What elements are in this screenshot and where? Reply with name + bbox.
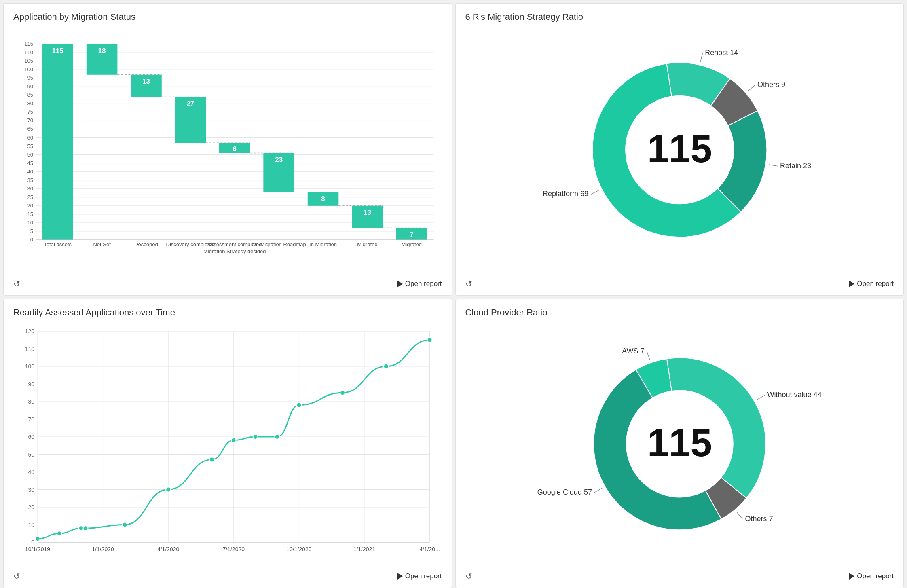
svg-text:27: 27 [186, 100, 194, 108]
svg-text:75: 75 [27, 109, 33, 115]
svg-line-155 [647, 351, 649, 360]
svg-text:5: 5 [30, 228, 33, 234]
svg-line-149 [757, 395, 765, 400]
svg-text:40: 40 [27, 169, 33, 175]
svg-text:On Migration Roadmap: On Migration Roadmap [252, 241, 306, 247]
cloud-resize-handle[interactable] [898, 582, 903, 587]
waterfall-footer: ↺ Open report [13, 276, 442, 289]
cloud-ratio-title: Cloud Provider Ratio [465, 307, 894, 318]
svg-text:60: 60 [28, 434, 34, 440]
migration-refresh-icon[interactable]: ↺ [465, 279, 472, 289]
migration-donut-svg: Rehost 14Others 9Retain 23Replatform 691… [465, 28, 894, 272]
svg-line-85 [700, 53, 702, 61]
waterfall-title: Application by Migration Status [13, 12, 442, 22]
svg-text:0: 0 [30, 237, 33, 243]
svg-text:70: 70 [28, 416, 34, 423]
svg-text:1/1/2021: 1/1/2021 [353, 546, 376, 552]
svg-text:10: 10 [27, 220, 33, 226]
waterfall-refresh-icon[interactable]: ↺ [13, 279, 20, 289]
line-chart-title: Readily Assessed Applications over Time [13, 307, 442, 318]
svg-point-141 [231, 438, 236, 443]
cloud-refresh-icon[interactable]: ↺ [465, 571, 472, 581]
svg-text:45: 45 [27, 160, 33, 166]
migration-ratio-card: 6 R's Migration Strategy Ratio Rehost 14… [455, 3, 904, 296]
svg-text:In Migration: In Migration [309, 241, 337, 247]
svg-text:13: 13 [364, 209, 371, 216]
cloud-ratio-chart-area: Without value 44Others 7Google Cloud 57A… [465, 324, 894, 564]
svg-text:115: 115 [647, 421, 712, 464]
svg-text:110: 110 [25, 346, 35, 352]
waterfall-card: Application by Migration Status 05101520… [3, 3, 452, 296]
svg-text:7/1/2020: 7/1/2020 [223, 546, 245, 552]
waterfall-svg: 0510152025303540455055606570758085909510… [13, 28, 442, 272]
svg-text:7: 7 [410, 231, 413, 239]
svg-text:Descoped: Descoped [134, 241, 158, 247]
svg-text:Total assets: Total assets [44, 241, 72, 247]
svg-text:23: 23 [275, 156, 283, 163]
svg-text:90: 90 [27, 83, 33, 89]
svg-text:40: 40 [28, 469, 34, 475]
line-svg: 010203040506070809010011012010/1/20191/1… [13, 324, 442, 564]
migration-open-report[interactable]: Open report [849, 280, 894, 288]
waterfall-resize-handle[interactable] [446, 290, 451, 294]
cloud-open-report[interactable]: Open report [849, 572, 894, 580]
svg-text:120: 120 [25, 328, 35, 334]
svg-point-135 [57, 531, 62, 536]
svg-text:50: 50 [27, 152, 33, 158]
svg-line-89 [769, 165, 778, 166]
svg-text:10/1/2019: 10/1/2019 [25, 546, 50, 552]
svg-text:20: 20 [28, 504, 34, 510]
svg-line-153 [594, 488, 602, 493]
svg-point-145 [340, 390, 345, 395]
svg-point-134 [35, 536, 40, 541]
svg-text:10/1/2020: 10/1/2020 [286, 546, 311, 552]
svg-text:65: 65 [27, 126, 33, 132]
svg-text:115: 115 [647, 127, 712, 170]
line-chart-card: Readily Assessed Applications over Time … [3, 299, 452, 588]
waterfall-chart-area: 0510152025303540455055606570758085909510… [13, 28, 442, 272]
svg-point-144 [296, 403, 301, 408]
migration-ratio-chart-area: Rehost 14Others 9Retain 23Replatform 691… [465, 28, 894, 272]
svg-text:Retain 23: Retain 23 [780, 162, 811, 170]
svg-text:80: 80 [28, 398, 34, 405]
line-chart-area: 010203040506070809010011012010/1/20191/1… [13, 324, 442, 564]
svg-text:60: 60 [27, 135, 33, 141]
svg-text:Without value 44: Without value 44 [767, 391, 821, 399]
line-refresh-icon[interactable]: ↺ [13, 571, 20, 581]
svg-text:Migrated: Migrated [357, 241, 378, 247]
svg-line-87 [748, 85, 755, 91]
svg-text:115: 115 [24, 41, 33, 47]
svg-point-137 [83, 526, 88, 531]
svg-text:15: 15 [27, 211, 33, 217]
migration-resize-handle[interactable] [898, 290, 903, 294]
svg-text:18: 18 [98, 47, 106, 55]
cloud-donut-svg: Without value 44Others 7Google Cloud 57A… [465, 324, 894, 564]
svg-text:30: 30 [28, 486, 34, 493]
svg-text:Google Cloud 57: Google Cloud 57 [537, 488, 592, 496]
migration-ratio-title: 6 R's Migration Strategy Ratio [465, 12, 894, 22]
line-open-report[interactable]: Open report [397, 572, 442, 580]
svg-line-151 [737, 512, 742, 519]
line-resize-handle[interactable] [446, 582, 451, 587]
svg-text:Not Set: Not Set [93, 241, 111, 247]
svg-text:50: 50 [28, 451, 34, 458]
dashboard: Application by Migration Status 05101520… [0, 0, 907, 588]
svg-text:4/1/2020: 4/1/2020 [157, 546, 180, 552]
svg-text:105: 105 [24, 58, 33, 64]
svg-text:85: 85 [27, 92, 33, 98]
svg-text:Migration Strategy decided: Migration Strategy decided [203, 248, 266, 254]
cloud-ratio-footer: ↺ Open report [465, 568, 894, 581]
svg-text:8: 8 [321, 195, 325, 203]
svg-text:100: 100 [25, 363, 35, 370]
svg-text:30: 30 [27, 186, 33, 192]
svg-text:1/1/2020: 1/1/2020 [92, 546, 114, 552]
svg-text:0: 0 [31, 539, 34, 546]
svg-line-91 [591, 190, 599, 195]
svg-text:115: 115 [52, 47, 63, 55]
waterfall-open-report[interactable]: Open report [397, 280, 442, 288]
svg-point-147 [427, 338, 432, 343]
svg-text:110: 110 [24, 49, 33, 55]
line-chart-footer: ↺ Open report [13, 568, 442, 581]
svg-text:80: 80 [27, 100, 33, 106]
svg-text:13: 13 [142, 78, 150, 85]
